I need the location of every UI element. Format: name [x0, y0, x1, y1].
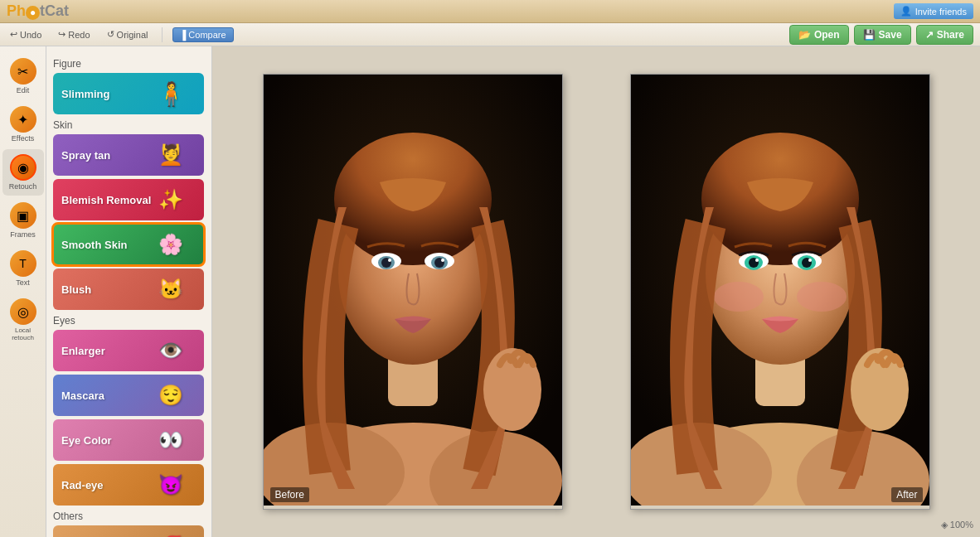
- share-label: Share: [937, 29, 964, 41]
- user-icon: 👤: [900, 6, 912, 17]
- svg-point-23: [797, 282, 847, 312]
- retouch-icon: ◉: [10, 154, 36, 181]
- open-icon: 📂: [798, 29, 811, 41]
- text-label: Text: [16, 278, 30, 287]
- open-button[interactable]: 📂 Open: [789, 25, 849, 45]
- after-label: After: [891, 487, 922, 502]
- canvas-area: Before: [212, 46, 980, 537]
- logo: Ph●tCat: [7, 2, 69, 20]
- section-eyes: Eyes: [53, 315, 205, 327]
- original-button[interactable]: ↺ Original: [104, 27, 152, 41]
- redo-button[interactable]: ↪ Redo: [55, 27, 93, 41]
- retouch-eye-color[interactable]: Eye Color 👀: [53, 419, 204, 461]
- eye-color-image: 👀: [138, 419, 204, 461]
- logo-circle: ●: [26, 6, 40, 20]
- after-photo-container: After: [630, 74, 930, 510]
- invite-friends-button[interactable]: 👤 Invite friends: [894, 3, 973, 19]
- undo-icon: ↩: [10, 29, 17, 40]
- retouch-blush[interactable]: Blush 🐱: [53, 268, 204, 310]
- before-photo-container: Before: [263, 74, 563, 510]
- enlarger-label: Enlarger: [61, 345, 105, 357]
- slimming-label: Slimming: [61, 88, 110, 100]
- retouch-lip-tint[interactable]: Lip Tint 💋: [53, 525, 204, 537]
- tool-local-retouch[interactable]: ◎ Local retouch: [2, 293, 44, 346]
- retouch-smooth-skin[interactable]: Smooth Skin 🌸: [53, 224, 204, 265]
- smooth-skin-label: Smooth Skin: [61, 239, 127, 251]
- zoom-indicator: ◈ 100%: [941, 520, 973, 530]
- retouch-red-eye[interactable]: Rad-eye 😈: [53, 464, 204, 506]
- before-label: Before: [270, 487, 309, 502]
- before-photo: [264, 75, 562, 506]
- after-photo: [631, 75, 929, 506]
- effects-icon: ✦: [10, 106, 36, 133]
- undo-label: Undo: [20, 30, 41, 40]
- save-button[interactable]: 💾 Save: [854, 25, 911, 45]
- compare-button[interactable]: ▐ Compare: [172, 27, 234, 42]
- blush-image: 🐱: [138, 268, 204, 310]
- toolbar: ↩ Undo ↪ Redo ↺ Original ▐ Compare 📂 Ope…: [0, 23, 980, 46]
- red-eye-label: Rad-eye: [61, 479, 104, 491]
- svg-point-13: [388, 259, 391, 262]
- tool-edit[interactable]: ✂ Edit: [2, 53, 44, 99]
- red-eye-image: 😈: [138, 464, 204, 506]
- slimming-image: 🧍: [138, 73, 204, 114]
- tool-effects[interactable]: ✦ Effects: [2, 101, 44, 148]
- zoom-value: ◈ 100%: [941, 520, 973, 530]
- edit-icon: ✂: [10, 58, 36, 85]
- tools-panel: ✂ Edit ✦ Effects ◉ Retouch ▣ Frames T Te…: [0, 46, 46, 537]
- spray-tan-label: Spray tan: [61, 149, 110, 162]
- logo-tcat: tCat: [40, 2, 69, 19]
- svg-point-31: [755, 259, 759, 262]
- section-skin: Skin: [53, 119, 205, 131]
- edit-label: Edit: [17, 86, 30, 94]
- toolbar-separator: [162, 27, 163, 42]
- redo-label: Redo: [68, 30, 90, 40]
- logo-ph: Ph: [7, 2, 26, 19]
- tool-text[interactable]: T Text: [2, 245, 44, 292]
- share-button[interactable]: ↗ Share: [916, 25, 973, 45]
- redo-icon: ↪: [58, 29, 65, 40]
- blemish-removal-image: ✨: [138, 179, 204, 220]
- save-label: Save: [879, 29, 902, 41]
- frames-icon: ▣: [10, 202, 36, 229]
- svg-point-14: [441, 259, 444, 262]
- eye-color-label: Eye Color: [61, 434, 112, 447]
- invite-label: Invite friends: [915, 7, 967, 17]
- smooth-skin-image: 🌸: [138, 224, 204, 265]
- retouch-enlarger[interactable]: Enlarger 👁️: [53, 330, 204, 371]
- retouch-blemish-removal[interactable]: Blemish Removal ✨: [53, 179, 204, 220]
- text-icon: T: [10, 250, 36, 277]
- original-label: Original: [117, 30, 148, 40]
- retouch-spray-tan[interactable]: Spray tan 💆: [53, 134, 204, 176]
- section-figure: Figure: [53, 58, 205, 70]
- local-retouch-label: Local retouch: [6, 327, 41, 341]
- spray-tan-image: 💆: [138, 134, 204, 176]
- action-buttons: 📂 Open 💾 Save ↗ Share: [789, 25, 973, 45]
- lip-tint-image: 💋: [138, 525, 204, 537]
- retouch-slimming[interactable]: Slimming 🧍: [53, 73, 204, 114]
- svg-point-32: [808, 259, 812, 262]
- share-icon: ↗: [925, 29, 934, 41]
- mascara-image: 😌: [138, 375, 204, 416]
- header: Ph●tCat 👤 Invite friends: [0, 0, 980, 23]
- frames-label: Frames: [10, 230, 36, 239]
- main-area: ✂ Edit ✦ Effects ◉ Retouch ▣ Frames T Te…: [0, 46, 980, 537]
- retouch-label: Retouch: [9, 182, 37, 191]
- blush-label: Blush: [61, 283, 91, 296]
- undo-button[interactable]: ↩ Undo: [7, 27, 45, 41]
- svg-point-22: [714, 282, 764, 312]
- retouch-mascara[interactable]: Mascara 😌: [53, 375, 204, 416]
- tool-retouch[interactable]: ◉ Retouch: [2, 149, 44, 196]
- compare-label: Compare: [188, 30, 226, 40]
- open-label: Open: [814, 29, 840, 41]
- enlarger-image: 👁️: [138, 330, 204, 371]
- retouch-panel: Figure Slimming 🧍 Skin Spray tan 💆 Blemi…: [46, 46, 212, 537]
- save-icon: 💾: [863, 29, 876, 41]
- effects-label: Effects: [12, 134, 34, 143]
- compare-icon: ▐: [180, 30, 187, 40]
- local-retouch-icon: ◎: [10, 298, 36, 325]
- original-icon: ↺: [107, 29, 114, 40]
- mascara-label: Mascara: [61, 389, 104, 402]
- section-others: Others: [53, 510, 205, 522]
- tool-frames[interactable]: ▣ Frames: [2, 197, 44, 244]
